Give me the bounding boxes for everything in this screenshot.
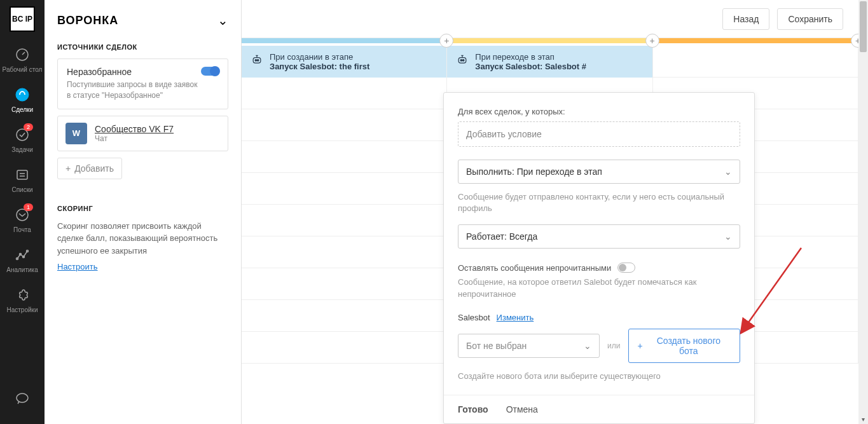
or-label: или — [607, 341, 620, 350]
stage-title: Запуск Salesbot: the first — [270, 62, 369, 71]
badge: 2 — [24, 123, 33, 131]
stage-cell[interactable] — [242, 78, 447, 109]
svg-point-1 — [16, 88, 29, 101]
sidebar-header: ВОРОНКА ⌄ — [57, 13, 228, 28]
unread-label: Оставлять сообщения непрочитанными — [458, 263, 611, 273]
sidebar: ВОРОНКА ⌄ ИСТОЧНИКИ СДЕЛОК Неразобранное… — [45, 0, 242, 424]
condition-box[interactable]: Добавить условие — [458, 121, 740, 147]
nav-label: Рабочий стол — [3, 66, 43, 73]
chat-icon — [13, 390, 31, 407]
modal-footer: Готово Отмена — [444, 395, 754, 423]
for-all-label: Для всех сделок, у которых: — [458, 107, 740, 116]
left-nav: BC IP Рабочий стол Сделки 2 Задачи Списк… — [0, 0, 45, 424]
stage-cell[interactable] — [653, 46, 858, 78]
deals-icon — [13, 86, 31, 104]
nav-tasks[interactable]: 2 Задачи — [0, 122, 45, 157]
stage-title: Запуск Salesbot: Salesbot # — [475, 62, 586, 71]
nav-label: Сделки — [11, 106, 33, 113]
plus-icon: + — [638, 341, 643, 351]
stage-cell[interactable] — [242, 236, 447, 268]
stage-cell[interactable]: При создании в этапе Запуск Salesbot: th… — [242, 46, 447, 78]
lists-icon — [13, 166, 31, 184]
cancel-button[interactable]: Отмена — [506, 404, 538, 414]
scoring-desc: Скоринг позволяет присвоить каждой сделк… — [57, 220, 228, 257]
nav-lists[interactable]: Списки — [0, 162, 45, 197]
execute-hint: Сообщение будет отправлено контакту, есл… — [458, 191, 740, 214]
bot-icon — [251, 53, 263, 66]
back-button[interactable]: Назад — [722, 8, 769, 30]
create-bot-button[interactable]: + Создать нового бота — [628, 329, 740, 363]
badge: 1 — [24, 203, 33, 211]
stage-cell[interactable]: При переходе в этап Запуск Salesbot: Sal… — [447, 46, 652, 78]
unread-switch[interactable] — [617, 263, 635, 273]
works-value: Работает: Всегда — [466, 231, 537, 242]
nav-label: Списки — [11, 186, 32, 193]
scoring-label: СКОРИНГ — [57, 205, 228, 212]
unsorted-card: Неразобранное Поступившие запросы в виде… — [57, 58, 228, 109]
nav-mail[interactable]: 1 Почта — [0, 202, 45, 237]
add-stage-button[interactable]: + — [851, 34, 858, 48]
nav-analytics[interactable]: Аналитика — [0, 242, 45, 277]
top-bar: Назад Сохранить — [242, 0, 858, 38]
dashboard-icon — [13, 46, 31, 64]
scrollbar-thumb[interactable] — [860, 1, 867, 52]
unsorted-toggle[interactable] — [201, 67, 219, 76]
settings-icon — [13, 286, 31, 304]
add-label: Добавить — [74, 163, 114, 174]
svg-point-14 — [460, 60, 462, 62]
chevron-down-icon: ⌄ — [724, 167, 732, 177]
stage-cell[interactable] — [242, 109, 447, 141]
stage-sub: При создании в этапе — [270, 52, 369, 62]
save-button[interactable]: Сохранить — [777, 8, 843, 30]
change-link[interactable]: Изменить — [497, 313, 534, 322]
chevron-down-icon[interactable]: ⌄ — [217, 13, 228, 28]
pipeline-header: + + + — [242, 38, 858, 46]
stage-cell[interactable] — [242, 141, 447, 173]
execute-select[interactable]: Выполнить: При переходе в этап ⌄ — [458, 160, 740, 184]
analytics-icon — [13, 246, 31, 264]
chevron-down-icon: ⌄ — [724, 231, 732, 242]
pipeline-row: При создании в этапе Запуск Salesbot: th… — [242, 46, 858, 78]
salesbot-label: Salesbot — [458, 313, 490, 322]
nav-label: Настройки — [6, 306, 38, 313]
vk-source-card[interactable]: W Сообщество VK F7 Чат — [57, 116, 228, 151]
bot-select[interactable]: Бот не выбран ⌄ — [458, 334, 600, 358]
scroll-down-icon[interactable]: ▾ — [858, 414, 868, 424]
svg-rect-3 — [17, 170, 27, 179]
add-source-button[interactable]: + Добавить — [57, 158, 122, 179]
vk-title: Сообщество VK F7 — [95, 124, 174, 134]
stage-cell[interactable] — [242, 332, 447, 364]
plus-icon: + — [65, 163, 71, 174]
vk-sub: Чат — [95, 134, 174, 143]
works-select[interactable]: Работает: Всегда ⌄ — [458, 224, 740, 249]
nav-chat[interactable] — [0, 386, 45, 411]
svg-point-11 — [255, 60, 257, 62]
logo: BC IP — [10, 6, 35, 32]
chevron-down-icon: ⌄ — [584, 341, 591, 351]
unsorted-desc: Поступившие запросы в виде заявок в стат… — [67, 79, 201, 101]
nav-settings[interactable]: Настройки — [0, 282, 45, 317]
sources-label: ИСТОЧНИКИ СДЕЛОК — [57, 43, 228, 51]
bot-icon — [456, 53, 469, 66]
stage-cell[interactable] — [242, 300, 447, 332]
stage-cell[interactable] — [242, 173, 447, 205]
sidebar-title: ВОРОНКА — [57, 14, 118, 27]
svg-point-12 — [257, 60, 259, 62]
nav-label: Задачи — [11, 146, 33, 153]
done-button[interactable]: Готово — [458, 404, 488, 414]
nav-label: Аналитика — [6, 266, 38, 273]
scoring-configure-link[interactable]: Настроить — [57, 262, 98, 271]
stage-sub: При переходе в этап — [475, 52, 586, 62]
vk-icon: W — [65, 123, 87, 144]
unsorted-title: Неразобранное — [67, 67, 201, 77]
stage-cell[interactable] — [242, 268, 447, 300]
scrollbar[interactable]: ▴ ▾ — [858, 0, 868, 424]
nav-deals[interactable]: Сделки — [0, 82, 45, 117]
add-stage-button[interactable]: + — [645, 34, 659, 48]
nav-dashboard[interactable]: Рабочий стол — [0, 42, 45, 77]
stage-cell[interactable] — [242, 205, 447, 236]
salesbot-modal: Для всех сделок, у которых: Добавить усл… — [443, 92, 755, 424]
create-bot-label: Создать нового бота — [647, 336, 731, 356]
execute-value: Выполнить: При переходе в этап — [466, 167, 602, 177]
bot-select-value: Бот не выбран — [466, 341, 527, 351]
